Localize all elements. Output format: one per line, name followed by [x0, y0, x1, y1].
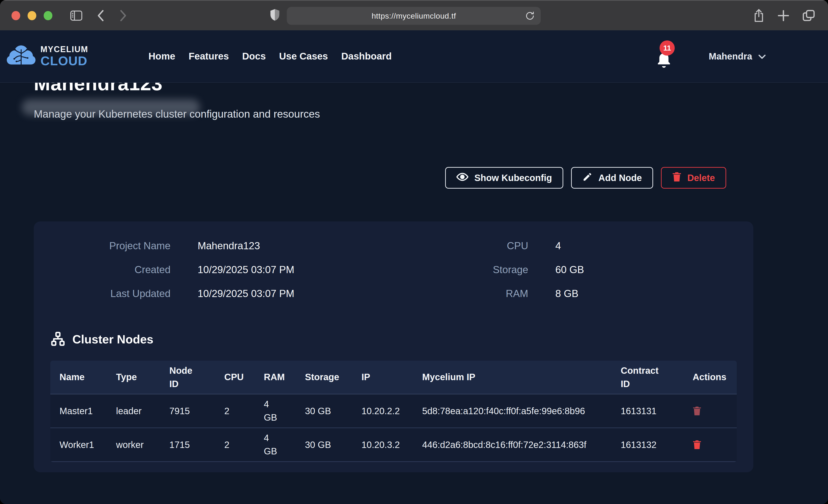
- col-mycelium-ip: Mycelium IP: [413, 361, 612, 394]
- mycelium-logo-icon: [6, 44, 36, 68]
- project-name-value: Mahendra123: [170, 240, 394, 252]
- overview-row-created: Created 10/29/2025 03:07 PM: [50, 262, 394, 277]
- user-name: Mahendra: [709, 51, 752, 61]
- cell-mycelium-ip: 446:d2a6:8bcd:8c16:ff0f:72e2:3114:863f: [413, 428, 612, 462]
- show-kubeconfig-button[interactable]: Show Kubeconfig: [445, 167, 563, 188]
- cluster-actions: Show Kubeconfig Add Node Delete: [34, 167, 726, 188]
- cell-cpu: 2: [215, 394, 255, 428]
- col-ip: IP: [352, 361, 413, 394]
- created-value: 10/29/2025 03:07 PM: [170, 264, 394, 276]
- close-window-button[interactable]: [11, 11, 20, 20]
- share-icon[interactable]: [753, 8, 764, 23]
- main-navigation: Home Features Docs Use Cases Dashboard: [149, 51, 391, 62]
- storage-label: Storage: [394, 264, 528, 276]
- nav-link-use-cases[interactable]: Use Cases: [279, 51, 328, 62]
- cpu-value: 4: [528, 240, 737, 252]
- ram-label: RAM: [394, 288, 528, 299]
- cell-mycelium-ip: 5d8:78ea:a120:f40c:ff0f:a5fe:99e6:8b96: [413, 394, 612, 428]
- col-contract-id: Contract ID: [612, 361, 684, 394]
- created-label: Created: [50, 264, 170, 276]
- cell-name: Worker1: [50, 428, 107, 462]
- blurred-redaction-patch: [22, 99, 200, 115]
- cell-node-id: 1715: [160, 428, 215, 462]
- cell-ram: 4 GB: [255, 428, 296, 462]
- cell-cpu: 2: [215, 428, 255, 462]
- trash-icon: [672, 172, 681, 184]
- cell-ip: 10.20.2.2: [352, 394, 413, 428]
- last-updated-value: 10/29/2025 03:07 PM: [170, 288, 394, 299]
- cell-actions: [684, 394, 737, 428]
- add-node-label: Add Node: [598, 173, 642, 183]
- delete-cluster-button[interactable]: Delete: [661, 167, 726, 188]
- browser-window: https://myceliumcloud.tf: [0, 0, 828, 504]
- refresh-icon[interactable]: [525, 10, 535, 22]
- chevron-down-icon: [758, 51, 766, 61]
- delete-node-icon[interactable]: [693, 406, 701, 416]
- brand-logo[interactable]: MYCELIUM CLOUD: [6, 44, 88, 68]
- overview-row-project-name: Project Name Mahendra123: [50, 239, 394, 253]
- cluster-overview: Project Name Mahendra123 Created 10/29/2…: [50, 239, 737, 301]
- traffic-lights: [11, 11, 52, 20]
- cell-storage: 30 GB: [296, 428, 352, 462]
- nav-link-features[interactable]: Features: [189, 51, 229, 62]
- col-name: Name: [50, 361, 107, 394]
- nodes-table: Name Type Node ID CPU RAM Storage IP Myc…: [50, 361, 737, 462]
- zoom-window-button[interactable]: [44, 11, 52, 20]
- col-type: Type: [107, 361, 160, 394]
- table-row-master1: Master1 leader 7915 2 4 GB 30 GB 10.20.2…: [50, 394, 737, 428]
- ram-value: 8 GB: [528, 288, 737, 299]
- back-button[interactable]: [96, 10, 105, 22]
- show-kubeconfig-label: Show Kubeconfig: [474, 173, 552, 183]
- browser-toolbar: https://myceliumcloud.tf: [0, 0, 828, 30]
- brand-name-top: MYCELIUM: [40, 45, 88, 53]
- site-navbar: MYCELIUM CLOUD Home Features Docs Use Ca…: [0, 30, 828, 83]
- col-ram: RAM: [255, 361, 296, 394]
- cell-name: Master1: [50, 394, 107, 428]
- nav-link-dashboard[interactable]: Dashboard: [341, 51, 391, 62]
- nav-link-docs[interactable]: Docs: [242, 51, 266, 62]
- minimize-window-button[interactable]: [28, 11, 36, 20]
- overview-row-cpu: CPU 4: [394, 239, 737, 253]
- pencil-icon: [582, 172, 592, 184]
- tab-overview-icon[interactable]: [802, 10, 815, 22]
- add-node-button[interactable]: Add Node: [571, 167, 653, 188]
- last-updated-label: Last Updated: [50, 288, 170, 299]
- col-cpu: CPU: [215, 361, 255, 394]
- brand-name-bottom: CLOUD: [40, 54, 88, 67]
- col-node-id: Node ID: [160, 361, 215, 394]
- project-name-label: Project Name: [50, 240, 170, 252]
- new-tab-icon[interactable]: [778, 10, 789, 22]
- page-content: MYCELIUM CLOUD Home Features Docs Use Ca…: [0, 30, 828, 504]
- brand-text: MYCELIUM CLOUD: [40, 45, 88, 67]
- navbar-right: 11 Mahendra: [654, 44, 766, 69]
- toolbar-right-icons: [753, 8, 815, 23]
- sidebar-toggle-icon[interactable]: [70, 10, 82, 21]
- cell-node-id: 7915: [160, 394, 215, 428]
- user-menu[interactable]: Mahendra: [709, 51, 766, 61]
- nodes-table-header-row: Name Type Node ID CPU RAM Storage IP Myc…: [50, 361, 737, 394]
- cell-type: worker: [107, 428, 160, 462]
- delete-node-icon[interactable]: [693, 440, 701, 450]
- cell-storage: 30 GB: [296, 394, 352, 428]
- nav-link-home[interactable]: Home: [149, 51, 175, 62]
- address-bar[interactable]: https://myceliumcloud.tf: [287, 7, 541, 25]
- col-actions: Actions: [684, 361, 737, 394]
- cell-type: leader: [107, 394, 160, 428]
- delete-label: Delete: [687, 173, 715, 183]
- cluster-details-card: Project Name Mahendra123 Created 10/29/2…: [34, 221, 753, 472]
- privacy-shield-icon[interactable]: [270, 8, 280, 23]
- cell-ram: 4 GB: [255, 394, 296, 428]
- cell-contract-id: 1613132: [612, 428, 684, 462]
- overview-row-storage: Storage 60 GB: [394, 262, 737, 277]
- overview-row-last-updated: Last Updated 10/29/2025 03:07 PM: [50, 286, 394, 301]
- notifications-button[interactable]: 11: [654, 44, 674, 69]
- notification-count-badge: 11: [660, 40, 675, 55]
- cluster-nodes-title: Cluster Nodes: [72, 332, 154, 346]
- col-storage: Storage: [296, 361, 352, 394]
- cluster-nodes-icon: [50, 331, 66, 347]
- cell-contract-id: 1613131: [612, 394, 684, 428]
- forward-button[interactable]: [119, 10, 127, 22]
- eye-icon: [456, 172, 468, 184]
- cluster-nodes-header: Cluster Nodes: [50, 331, 737, 347]
- overview-row-ram: RAM 8 GB: [394, 286, 737, 301]
